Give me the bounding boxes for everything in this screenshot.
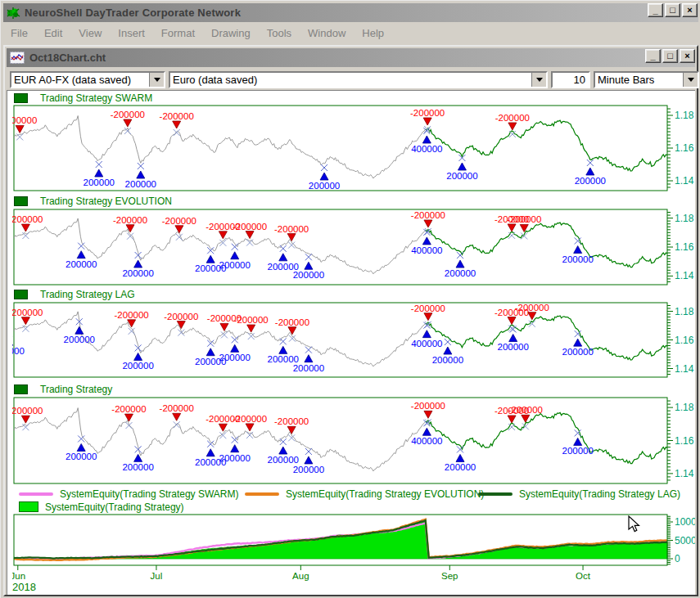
bar-type-select[interactable]: Minute Bars [594, 71, 699, 88]
svg-text:-200000: -200000 [233, 222, 267, 232]
svg-text:200000: 200000 [64, 335, 95, 344]
svg-text:200000: 200000 [497, 342, 528, 352]
svg-text:Jul: Jul [151, 571, 163, 581]
svg-text:-200000: -200000 [508, 405, 543, 415]
menu-bar: File Edit View Insert Format Drawing Too… [3, 24, 700, 43]
equity-legend-lag: SystemEquity(Trading Strategy LAG) [478, 489, 680, 499]
svg-text:200000: 200000 [268, 455, 299, 465]
instrument-select-value: EUR A0-FX (data saved) [11, 74, 149, 86]
svg-text:-200000: -200000 [12, 214, 43, 224]
menu-insert[interactable]: Insert [118, 27, 145, 39]
doc-minimize-button[interactable]: _ [645, 49, 661, 63]
svg-text:200000: 200000 [445, 268, 476, 278]
doc-maximize-button[interactable]: □ [662, 49, 678, 63]
line-swatch-icon [19, 492, 53, 496]
svg-text:400000: 400000 [411, 339, 442, 348]
svg-text:-200000: -200000 [234, 315, 269, 325]
svg-text:-200000: -200000 [495, 113, 530, 123]
equity-legend-evolution: SystemEquity(Trading Strategy EVOLUTION) [245, 489, 484, 499]
maximize-button[interactable]: □ [665, 3, 680, 17]
svg-text:-200000: -200000 [111, 110, 145, 119]
svg-text:Sep: Sep [441, 571, 458, 581]
svg-text:-200000: -200000 [164, 312, 198, 321]
svg-text:200000: 200000 [309, 181, 340, 191]
close-button[interactable]: × [682, 3, 698, 17]
svg-text:-200000: -200000 [113, 215, 147, 225]
svg-text:-200000: -200000 [275, 317, 309, 327]
svg-text:1.14: 1.14 [675, 468, 694, 479]
equity-chart: 0500010000JunJulAugSepOct2018 [12, 513, 695, 595]
svg-text:-200000: -200000 [162, 216, 196, 226]
main-title-bar[interactable]: NeuroShell DayTrader Corporate Network [3, 3, 698, 22]
panel-title: Trading Strategy LAG [40, 289, 135, 300]
chevron-down-icon [154, 78, 160, 82]
menu-file[interactable]: File [11, 27, 28, 39]
legend-swatch-icon [14, 196, 28, 206]
panel-legend-lag: Trading Strategy LAG [14, 290, 135, 299]
line-swatch-icon [478, 492, 513, 496]
menu-tools[interactable]: Tools [267, 27, 291, 39]
document-title-bar[interactable]: Oct18Chart.cht [7, 48, 695, 67]
doc-close-button[interactable]: × [680, 49, 695, 63]
chart-document-icon [10, 52, 25, 64]
interval-input[interactable] [551, 71, 590, 88]
bar-type-select-value: Minute Bars [595, 74, 683, 86]
equity-legend-swarm: SystemEquity(Trading Strategy SWARM) [19, 489, 239, 499]
document-title: Oct18Chart.cht [29, 52, 106, 64]
svg-text:-200000: -200000 [411, 401, 445, 411]
equity-legend-strategy: SystemEquity(Trading Strategy) [19, 501, 184, 512]
svg-text:200000: 200000 [122, 268, 153, 278]
svg-text:-200000: -200000 [115, 310, 149, 320]
svg-text:1.16: 1.16 [675, 142, 694, 154]
price-chart-lag: 1.141.161.18-200000-200000-200000-200000… [12, 302, 695, 378]
svg-text:200000: 200000 [575, 176, 606, 186]
menu-window[interactable]: Window [308, 27, 345, 39]
bar-type-select-arrow[interactable] [683, 73, 698, 87]
legend-label: SystemEquity(Trading Strategy SWARM) [60, 488, 239, 500]
chevron-down-icon [536, 78, 543, 82]
svg-text:200000: 200000 [562, 347, 593, 357]
legend-swatch-icon [14, 384, 28, 394]
instrument-select[interactable]: EUR A0-FX (data saved) [10, 71, 165, 88]
panel-title: Trading Strategy SWARM [40, 92, 152, 104]
svg-text:-200000: -200000 [274, 224, 309, 234]
svg-text:1.14: 1.14 [675, 363, 694, 375]
svg-text:400000: 400000 [411, 245, 442, 255]
svg-text:Aug: Aug [292, 571, 309, 581]
svg-text:1.16: 1.16 [675, 435, 694, 447]
svg-text:-200000: -200000 [233, 414, 267, 424]
price-chart-swarm: 1.141.161.18-200000-200000-200000-200000… [12, 105, 695, 191]
data-stream-select[interactable]: Euro (data saved) [169, 71, 548, 88]
svg-text:200000: 200000 [293, 270, 324, 280]
menu-edit[interactable]: Edit [44, 27, 62, 39]
svg-text:5000: 5000 [675, 535, 695, 546]
panel-title: Trading Strategy EVOLUTION [40, 196, 172, 207]
svg-text:200000: 200000 [219, 453, 251, 463]
svg-text:-200000: -200000 [160, 111, 194, 121]
svg-text:400000: 400000 [411, 144, 442, 154]
svg-text:1.16: 1.16 [675, 241, 694, 253]
svg-text:-200000: -200000 [515, 303, 549, 312]
application-window: NeuroShell DayTrader Corporate Network _… [0, 0, 700, 598]
svg-text:200000: 200000 [446, 171, 477, 181]
menu-view[interactable]: View [79, 27, 102, 39]
panel-legend-evolution: Trading Strategy EVOLUTION [14, 196, 172, 206]
panel-legend-swarm: Trading Strategy SWARM [14, 93, 152, 103]
minimize-button[interactable]: _ [648, 3, 663, 17]
legend-label: SystemEquity(Trading Strategy EVOLUTION) [286, 488, 484, 500]
svg-text:200000: 200000 [65, 259, 97, 269]
data-stream-select-arrow[interactable] [531, 73, 546, 87]
svg-text:1.18: 1.18 [675, 402, 694, 413]
menu-format[interactable]: Format [161, 27, 195, 39]
svg-text:200000: 200000 [293, 363, 324, 373]
chart-client-area: Trading Strategy SWARM Trading Strategy … [7, 90, 695, 595]
instrument-select-arrow[interactable] [149, 73, 164, 87]
menu-help[interactable]: Help [362, 27, 384, 39]
window-title: NeuroShell DayTrader Corporate Network [25, 7, 241, 19]
svg-text:200000: 200000 [125, 179, 156, 189]
svg-text:1.16: 1.16 [675, 335, 694, 346]
legend-swatch-icon [14, 290, 28, 299]
svg-text:200000: 200000 [219, 353, 251, 362]
menu-drawing[interactable]: Drawing [211, 27, 251, 39]
chart-document-window: Oct18Chart.cht _ □ × EUR A0-FX (data sav… [3, 45, 698, 596]
